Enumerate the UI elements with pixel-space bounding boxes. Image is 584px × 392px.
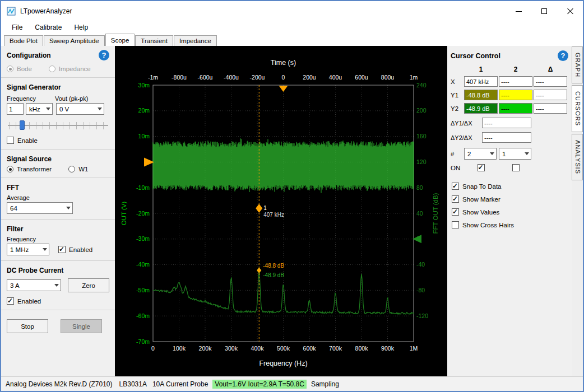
col-header-1: 1 bbox=[464, 66, 498, 73]
dy1-label: ΔY1/ΔX bbox=[451, 120, 481, 127]
probe-status: 10A Current Probe bbox=[152, 380, 208, 388]
side-tab-strip: GRAPHCURSORSANALYSIS bbox=[572, 46, 583, 376]
filter-frequency-label: Frequency bbox=[7, 236, 109, 242]
menu-bar: FileCalibrateHelp bbox=[1, 21, 583, 34]
menu-file[interactable]: File bbox=[6, 21, 29, 34]
maximize-button[interactable] bbox=[531, 1, 557, 21]
minimize-button[interactable] bbox=[506, 1, 531, 21]
svg-text:-120: -120 bbox=[416, 312, 428, 319]
help-icon[interactable]: ? bbox=[99, 50, 109, 60]
svg-text:1m: 1m bbox=[410, 74, 418, 81]
help-icon[interactable]: ? bbox=[558, 50, 568, 61]
stop-button[interactable]: Stop bbox=[7, 319, 48, 333]
y2-cursor2-value: ---- bbox=[499, 103, 532, 114]
title-bar[interactable]: LTpowerAnalyzer bbox=[1, 1, 583, 21]
svg-text:600k: 600k bbox=[303, 345, 317, 352]
cursor1-number-select[interactable]: 2 bbox=[464, 148, 497, 160]
sampling-status: Sampling bbox=[311, 380, 339, 388]
fft-heading: FFT bbox=[7, 184, 19, 192]
scope-chart-area[interactable]: Time (s)-1m-800u-600u-400u-200u0200u400u… bbox=[115, 46, 447, 376]
fft-axis: 24020016012080400-40-80-120FFT OUT (dB) bbox=[416, 82, 439, 319]
svg-text:80: 80 bbox=[416, 184, 423, 191]
tab-sweep-amplitude[interactable]: Sweep Amplitude bbox=[44, 35, 105, 46]
impedance-radio[interactable]: Impedance bbox=[49, 66, 91, 72]
cursor2-on-checkbox[interactable] bbox=[512, 164, 520, 171]
y2-cursor1-value: -48.9 dB bbox=[464, 103, 498, 114]
fft-average-value: 64 bbox=[10, 205, 17, 212]
checkbox-label: Snap To Data bbox=[462, 183, 501, 190]
filter-heading: Filter bbox=[7, 225, 23, 233]
frequency-input[interactable] bbox=[7, 103, 24, 115]
col-header-2: 2 bbox=[499, 66, 532, 73]
cursor1-on-checkbox[interactable] bbox=[478, 164, 485, 171]
svg-text:200: 200 bbox=[416, 107, 427, 114]
svg-text:-70m: -70m bbox=[136, 338, 150, 345]
svg-text:600u: 600u bbox=[355, 74, 368, 81]
cursor-number-row: # 2 1 bbox=[451, 148, 568, 160]
main-content: Configuration ? Bode Impedance Signal Ge… bbox=[1, 46, 583, 376]
checkbox-icon bbox=[7, 137, 14, 144]
dc-probe-heading: DC Probe Current bbox=[7, 267, 63, 274]
single-button[interactable]: Single bbox=[61, 319, 102, 333]
svg-text:160: 160 bbox=[416, 133, 427, 139]
svg-text:-60m: -60m bbox=[136, 312, 150, 319]
frequency-unit-value: kHz bbox=[29, 106, 40, 113]
show-marker-checkbox[interactable]: Show Marker bbox=[452, 195, 567, 203]
bode-radio[interactable]: Bode bbox=[7, 66, 32, 72]
close-button[interactable] bbox=[557, 1, 583, 21]
svg-text:OUT (V): OUT (V) bbox=[120, 202, 127, 226]
snap-to-data-checkbox[interactable]: Snap To Data bbox=[452, 183, 567, 190]
svg-text:-10m: -10m bbox=[136, 184, 150, 191]
fft-average-select[interactable]: 64 bbox=[7, 202, 73, 214]
svg-text:20m: 20m bbox=[138, 107, 150, 114]
frequency-unit-select[interactable]: kHz bbox=[26, 103, 53, 115]
enable-checkbox[interactable]: Enable bbox=[7, 137, 109, 144]
slider-thumb[interactable] bbox=[20, 120, 25, 130]
zero-button[interactable]: Zero bbox=[68, 278, 109, 292]
signal-generator-heading: Signal Generator bbox=[7, 83, 61, 91]
time-axis: Time (s)-1m-800u-600u-400u-200u0200u400u… bbox=[148, 59, 418, 81]
dc-probe-enabled-checkbox[interactable]: Enabled bbox=[7, 297, 109, 305]
fft-section: FFT Average 64 bbox=[1, 178, 115, 220]
show-values-checkbox[interactable]: Show Values bbox=[452, 208, 567, 216]
tab-transient[interactable]: Transient bbox=[135, 35, 173, 46]
enable-label: Enable bbox=[17, 137, 38, 144]
chevron-down-icon bbox=[54, 284, 59, 287]
dc-probe-current-value: 3 A bbox=[10, 282, 20, 289]
tab-scope[interactable]: Scope bbox=[105, 34, 135, 46]
checkbox-icon bbox=[58, 246, 66, 253]
y1-cursor1-value: -48.8 dB bbox=[464, 90, 498, 100]
cursor-on-row: ON bbox=[451, 164, 568, 171]
cursor2-number-select[interactable]: 1 bbox=[499, 148, 531, 160]
trigger-time-marker-icon[interactable] bbox=[279, 86, 288, 92]
dc-probe-current-select[interactable]: 3 A bbox=[7, 279, 61, 291]
filter-enabled-checkbox[interactable]: Enabled bbox=[58, 246, 92, 253]
svg-text:900k: 900k bbox=[381, 345, 395, 352]
transformer-radio[interactable]: Transformer bbox=[7, 166, 52, 172]
tab-impedance[interactable]: Impedance bbox=[174, 35, 217, 46]
impedance-radio-label: Impedance bbox=[59, 66, 91, 72]
menu-help[interactable]: Help bbox=[68, 21, 94, 34]
tab-bode-plot[interactable]: Bode Plot bbox=[4, 35, 43, 46]
svg-text:-600u: -600u bbox=[198, 74, 213, 81]
svg-text:Frequency (Hz): Frequency (Hz) bbox=[259, 360, 307, 367]
show-cross-hairs-checkbox[interactable]: Show Cross Hairs bbox=[452, 221, 567, 228]
filter-frequency-select[interactable]: 1 MHz bbox=[7, 244, 49, 255]
y1-peak-marker-icon[interactable] bbox=[257, 268, 261, 273]
svg-text:-48.8 dB: -48.8 dB bbox=[263, 263, 284, 269]
side-tab-analysis[interactable]: ANALYSIS bbox=[572, 134, 583, 180]
vout-select[interactable]: 0 V bbox=[56, 103, 104, 115]
app-icon bbox=[7, 7, 16, 16]
chevron-down-icon bbox=[525, 152, 529, 155]
scope-plot[interactable]: Time (s)-1m-800u-600u-400u-200u0200u400u… bbox=[115, 46, 447, 376]
cursor-y1-row: Y1 -48.8 dB ---- ---- bbox=[451, 90, 568, 100]
side-tab-graph[interactable]: GRAPH bbox=[572, 46, 583, 83]
svg-text:-40: -40 bbox=[416, 261, 425, 268]
configuration-panel: Configuration ? Bode Impedance Signal Ge… bbox=[1, 46, 115, 376]
vout-slider[interactable] bbox=[8, 119, 108, 132]
dy2-label: ΔY2/ΔX bbox=[451, 134, 481, 141]
side-tab-cursors[interactable]: CURSORS bbox=[572, 85, 583, 132]
cursor1-marker-icon[interactable] bbox=[256, 204, 262, 213]
menu-calibrate[interactable]: Calibrate bbox=[29, 21, 68, 34]
w1-radio[interactable]: W1 bbox=[68, 166, 88, 172]
